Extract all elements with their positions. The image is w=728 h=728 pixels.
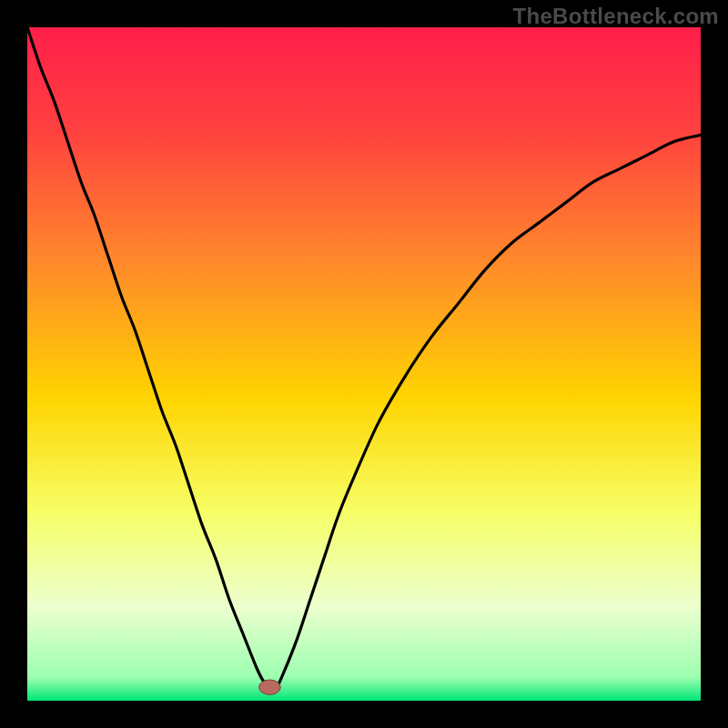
optimum-marker — [259, 680, 281, 694]
plot-area — [27, 27, 701, 701]
chart-svg — [27, 27, 701, 701]
watermark-text: TheBottleneck.com — [513, 4, 719, 29]
gradient-background — [27, 27, 701, 701]
chart-frame: TheBottleneck.com — [0, 0, 728, 728]
